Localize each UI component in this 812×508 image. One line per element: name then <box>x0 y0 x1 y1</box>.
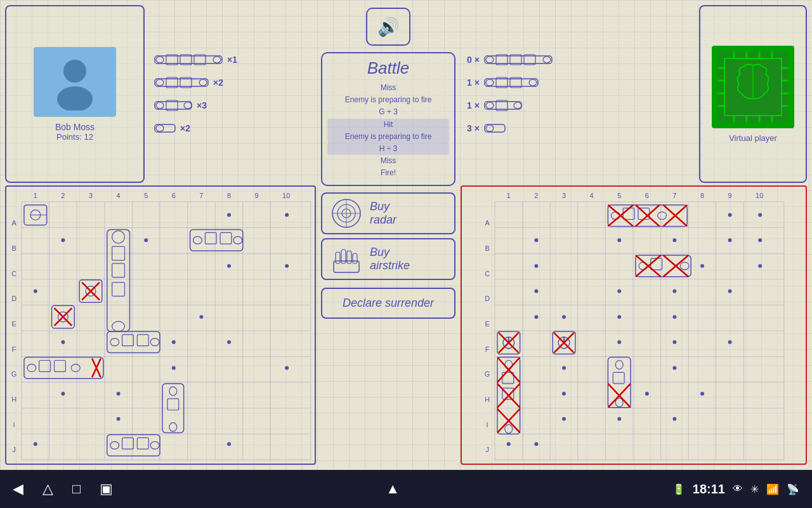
svg-point-71 <box>233 236 242 244</box>
svg-line-243 <box>497 409 520 433</box>
svg-point-252 <box>617 238 621 242</box>
up-arrow-button[interactable]: ▲ <box>386 481 400 497</box>
svg-text:D: D <box>485 295 490 302</box>
svg-rect-65 <box>112 283 125 297</box>
enemy-count-1: 3 × <box>467 123 480 133</box>
svg-rect-87 <box>39 360 51 371</box>
svg-point-105 <box>199 315 203 319</box>
bluetooth-icon: ✳ <box>750 483 759 495</box>
svg-text:8: 8 <box>700 192 704 199</box>
svg-point-9 <box>156 79 164 86</box>
svg-line-209 <box>608 205 633 227</box>
svg-point-224 <box>503 337 514 349</box>
player-points: Points: 12 <box>56 132 93 142</box>
log-entry-5: Enemy is preparing to fire <box>327 131 449 143</box>
svg-rect-246 <box>613 372 624 384</box>
svg-text:A: A <box>11 219 16 227</box>
buy-airstrike-button[interactable]: Buyairstrike <box>321 238 455 280</box>
svg-rect-83 <box>137 335 148 346</box>
svg-text:G: G <box>11 370 16 378</box>
svg-rect-76 <box>52 305 75 328</box>
action-buttons: Buyradar Buyairstrike <box>321 192 455 280</box>
svg-rect-228 <box>553 331 575 354</box>
buy-radar-button[interactable]: Buyradar <box>321 192 455 234</box>
screenshot-button[interactable]: ▣ <box>100 481 113 497</box>
svg-point-237 <box>505 425 513 434</box>
airstrike-icon <box>329 243 363 275</box>
enemy-info-area: 0 × 1 × <box>461 5 807 183</box>
svg-text:10: 10 <box>756 192 763 199</box>
player-grid[interactable]: 1 2 3 4 5 6 7 8 9 10 A B C D E F G H I <box>5 185 316 465</box>
ship-count-4: ×1 <box>227 55 237 65</box>
battle-title: Battle <box>327 58 449 78</box>
svg-point-103 <box>227 264 231 268</box>
svg-rect-129 <box>485 56 552 64</box>
back-button[interactable]: ◀ <box>13 481 23 497</box>
svg-point-229 <box>558 337 570 349</box>
svg-line-219 <box>636 255 661 277</box>
svg-point-279 <box>534 442 538 446</box>
sound-button[interactable]: 🔊 <box>366 8 410 46</box>
svg-line-227 <box>499 333 519 353</box>
svg-point-270 <box>562 366 566 370</box>
svg-point-271 <box>672 366 676 370</box>
enemy-grid[interactable]: 1 2 3 4 5 6 7 8 9 10 A B C D E F G H I <box>461 185 807 465</box>
svg-line-212 <box>636 205 660 227</box>
svg-point-89 <box>71 364 80 371</box>
svg-point-0 <box>63 60 86 83</box>
svg-point-93 <box>169 387 177 396</box>
svg-line-91 <box>92 359 101 378</box>
svg-text:E: E <box>485 320 489 328</box>
radar-icon <box>329 197 363 229</box>
svg-rect-185 <box>495 202 784 460</box>
log-entry-3: G + 3 <box>327 106 449 118</box>
svg-line-78 <box>55 308 72 326</box>
svg-rect-82 <box>122 335 134 346</box>
svg-point-280 <box>758 213 762 217</box>
recent-apps-button[interactable]: □ <box>72 481 81 497</box>
svg-text:H: H <box>11 396 16 403</box>
svg-line-226 <box>499 333 519 353</box>
svg-point-68 <box>193 236 202 244</box>
svg-text:6: 6 <box>645 192 649 199</box>
svg-point-141 <box>486 102 494 109</box>
svg-point-264 <box>562 315 566 319</box>
svg-point-274 <box>700 392 704 396</box>
svg-point-208 <box>658 212 667 220</box>
ship-row-3: ×2 <box>154 74 310 91</box>
svg-point-234 <box>505 360 513 369</box>
svg-point-81 <box>110 338 119 346</box>
svg-point-273 <box>645 392 649 396</box>
svg-point-258 <box>758 264 762 268</box>
svg-point-115 <box>227 213 231 217</box>
home-button[interactable]: △ <box>43 481 53 497</box>
svg-line-221 <box>664 255 689 277</box>
svg-line-231 <box>554 333 574 353</box>
svg-rect-125 <box>336 252 340 264</box>
svg-point-145 <box>486 125 494 131</box>
svg-rect-204 <box>608 205 687 227</box>
svg-rect-235 <box>502 372 514 384</box>
svg-point-255 <box>758 238 762 242</box>
ship-row-4: ×1 <box>154 51 310 69</box>
center-panel: 🔊 Battle Miss Enemy is preparing to fire… <box>318 5 458 465</box>
svg-point-266 <box>672 315 676 319</box>
svg-point-247 <box>615 398 623 407</box>
declare-surrender-button[interactable]: Declare surrender <box>321 288 455 319</box>
time-display: 18:11 <box>693 482 725 497</box>
svg-point-272 <box>562 392 566 396</box>
svg-point-113 <box>34 442 37 446</box>
svg-point-260 <box>617 290 621 293</box>
svg-text:A: A <box>485 219 490 227</box>
svg-rect-223 <box>497 331 520 354</box>
player-info-area: Bob Moss Points: 12 ×1 <box>5 5 316 183</box>
svg-text:D: D <box>11 295 16 302</box>
svg-text:7: 7 <box>672 192 676 199</box>
cpu-icon <box>712 46 794 128</box>
svg-line-239 <box>497 358 520 383</box>
virtual-player-label: Virtual player <box>729 133 777 143</box>
svg-point-277 <box>672 417 676 421</box>
svg-point-7 <box>213 57 221 63</box>
svg-point-143 <box>514 102 521 109</box>
status-bar: ◀ △ □ ▣ ▲ 🔋 18:11 👁 ✳ 📶 📡 <box>0 470 812 508</box>
